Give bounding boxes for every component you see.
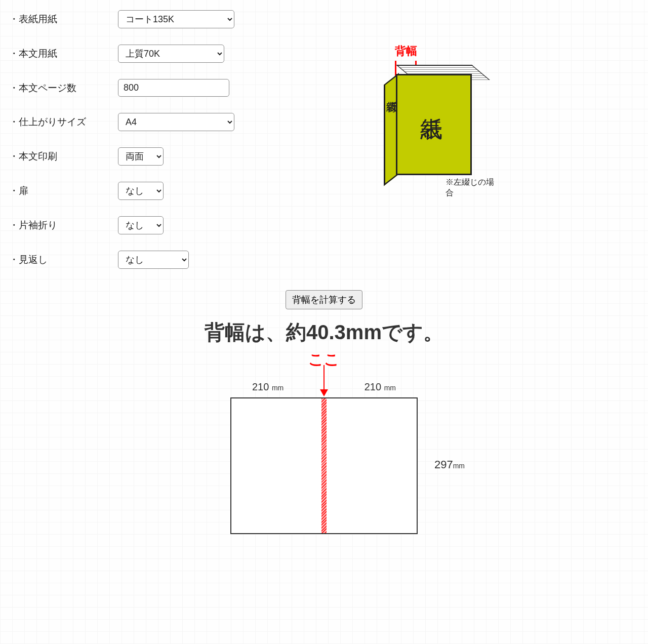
book-note: ※左綴じの場合 <box>446 177 501 198</box>
result-text: 背幅は、約40.3mmです。 <box>5 318 643 346</box>
sehaba-label: 背幅 <box>395 44 417 59</box>
dim-mm-2: mm <box>384 384 396 392</box>
select-cover-paper[interactable]: コート135K <box>118 10 234 28</box>
cover-spine-strip <box>321 397 327 534</box>
label-body-paper: 本文用紙 <box>9 47 118 60</box>
label-page-count: 本文ページ数 <box>9 82 118 95</box>
label-cover-paper: 表紙用紙 <box>9 13 118 26</box>
row-body-print: 本文印刷 両面 <box>9 147 329 166</box>
dim-height: 297mm <box>434 458 465 471</box>
cover-panel-left <box>230 397 321 534</box>
input-page-count[interactable] <box>118 79 229 97</box>
label-tobira: 扉 <box>9 184 118 197</box>
row-tobira: 扉 なし <box>9 182 329 200</box>
book-diagram-area: 背幅 背表紙 表紙 ※左綴じの場合 <box>349 10 643 208</box>
label-mikaeshi: 見返し <box>9 253 118 266</box>
dim-width-right: 210 mm <box>364 381 396 393</box>
dim-mm-1: mm <box>272 384 284 392</box>
row-body-paper: 本文用紙 上質70K <box>9 45 329 63</box>
book-3d-diagram: 背幅 背表紙 表紙 ※左綴じの場合 <box>349 46 501 208</box>
calculate-row: 背幅を計算する <box>5 290 643 309</box>
dim-mm-3: mm <box>453 462 465 470</box>
book-3d-shape: 背表紙 表紙 <box>385 70 481 176</box>
select-tobira[interactable]: なし <box>118 182 164 200</box>
calculate-button[interactable]: 背幅を計算する <box>286 290 362 309</box>
cover-panel-right <box>327 397 418 534</box>
flat-diagram-area: ここ 210 mm 210 mm 297mm <box>5 349 643 551</box>
koko-arrow-icon <box>322 365 326 397</box>
select-mikaeshi[interactable]: なし <box>118 251 189 269</box>
dim-width-left-val: 210 <box>252 381 269 392</box>
book-front-face <box>396 74 472 175</box>
dim-height-val: 297 <box>434 458 453 471</box>
flat-cover-diagram: 210 mm 210 mm 297mm <box>223 367 425 549</box>
select-finish-size[interactable]: A4 <box>118 113 234 131</box>
row-mikaeshi: 見返し なし <box>9 251 329 269</box>
row-sleeve-fold: 片袖折り なし <box>9 216 329 234</box>
dim-width-left: 210 mm <box>252 381 284 393</box>
row-cover-paper: 表紙用紙 コート135K <box>9 10 329 28</box>
row-page-count: 本文ページ数 <box>9 79 329 97</box>
options-form: 表紙用紙 コート135K 本文用紙 上質70K 本文ページ数 仕上がりサイズ A… <box>5 10 329 285</box>
label-finish-size: 仕上がりサイズ <box>9 115 118 129</box>
label-body-print: 本文印刷 <box>9 150 118 163</box>
label-sleeve-fold: 片袖折り <box>9 219 118 232</box>
row-finish-size: 仕上がりサイズ A4 <box>9 113 329 131</box>
select-sleeve-fold[interactable]: なし <box>118 216 164 234</box>
select-body-paper[interactable]: 上質70K <box>118 45 224 63</box>
dim-width-right-val: 210 <box>364 381 381 392</box>
select-body-print[interactable]: 両面 <box>118 147 164 166</box>
